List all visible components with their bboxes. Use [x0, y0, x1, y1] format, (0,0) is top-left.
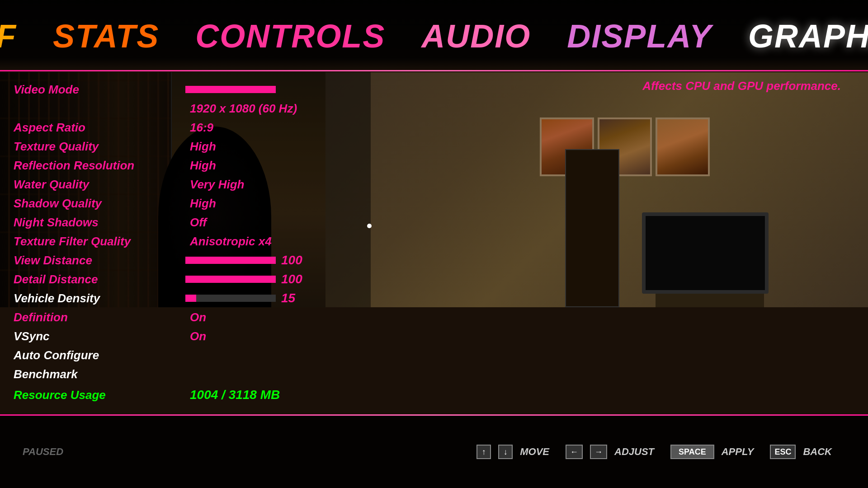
setting-row-texture-quality[interactable]: Texture Quality High [14, 138, 357, 155]
setting-row-benchmark[interactable]: Benchmark [14, 366, 357, 382]
setting-row-aspect-ratio[interactable]: Aspect Ratio 16:9 [14, 119, 357, 136]
nav-item-controls[interactable]: Controls [195, 18, 385, 55]
key-left: ← [566, 445, 583, 459]
slider-fill-video-mode [185, 86, 276, 93]
label-resource-usage: Resource Usage [14, 388, 185, 402]
navigation-bar: Map Brief Stats Controls Audio Display G… [0, 0, 868, 72]
nav-item-stats[interactable]: Stats [53, 18, 159, 55]
hint-adjust: ADJUST [614, 446, 654, 458]
tv-stand [656, 294, 764, 307]
nav-item-graphics[interactable]: Graphics [748, 18, 868, 55]
label-video-mode: Video Mode [14, 83, 185, 97]
art-piece-3 [656, 117, 710, 176]
setting-row-reflection[interactable]: Reflection Resolution High [14, 157, 357, 174]
setting-row-vsync[interactable]: VSync On [14, 328, 357, 344]
setting-row-view-distance[interactable]: View Distance 100 [14, 252, 357, 268]
controls-hint: ↑ ↓ MOVE ← → ADJUST SPACE APPLY ESC BACK [476, 445, 841, 459]
setting-row-water[interactable]: Water Quality Very High [14, 176, 357, 192]
tv-screen [642, 212, 769, 294]
nav-item-display[interactable]: Display [567, 18, 712, 55]
slider-bar-vehicle-density [185, 295, 276, 302]
door [565, 149, 619, 307]
setting-row-detail-distance[interactable]: Detail Distance 100 [14, 271, 357, 287]
nav-item-brief[interactable]: Brief [0, 18, 17, 55]
label-aspect-ratio: Aspect Ratio [14, 121, 185, 135]
bottom-bar: PAUSED ↑ ↓ MOVE ← → ADJUST SPACE APPLY E… [0, 416, 868, 488]
setting-row-night-shadows[interactable]: Night Shadows Off [14, 214, 357, 230]
setting-subrow-video-mode: 868 x 488 (60 Hz) [14, 100, 357, 117]
key-space: SPACE [670, 445, 714, 459]
resource-row: Resource Usage 1004 / 3118 MB [14, 388, 357, 402]
label-reflection: Reflection Resolution [14, 159, 185, 173]
label-texture-filter: Texture Filter Quality [14, 235, 185, 249]
label-benchmark: Benchmark [14, 367, 185, 381]
value-shadow: High [190, 197, 216, 211]
setting-row-shadow[interactable]: Shadow Quality High [14, 195, 357, 211]
setting-row-texture-filter[interactable]: Texture Filter Quality Anisotropic x4 [14, 233, 357, 249]
tv-unit [642, 212, 778, 307]
value-texture-filter: Anisotropic x4 [190, 235, 272, 249]
value-definition: On [190, 310, 206, 324]
value-texture-quality: High [190, 140, 216, 154]
paused-label: PAUSED [23, 446, 63, 458]
hint-apply: APPLY [722, 446, 754, 458]
label-vehicle-density: Vehicle Density [14, 291, 185, 305]
value-water: Very High [190, 178, 244, 192]
slider-detail-distance[interactable]: 100 [185, 272, 304, 286]
value-vsync: On [190, 329, 206, 343]
slider-fill-vehicle-density [185, 295, 196, 302]
value-aspect-ratio: 16:9 [190, 121, 213, 135]
label-detail-distance: Detail Distance [14, 272, 185, 286]
setting-row-definition[interactable]: Definition On [14, 309, 357, 325]
hint-text: Affects CPU and GPU performance. [642, 79, 841, 93]
value-video-mode: 868 x 488 (60 Hz) [190, 102, 297, 116]
setting-row-vehicle-density[interactable]: Vehicle Density 15 [14, 290, 357, 306]
key-right: → [590, 445, 607, 459]
slider-bar-view-distance [185, 257, 276, 264]
label-water: Water Quality [14, 178, 185, 192]
slider-bar-detail-distance [185, 276, 276, 283]
label-shadow: Shadow Quality [14, 197, 185, 211]
slider-vehicle-density[interactable]: 15 [185, 291, 304, 305]
setting-row-auto-configure[interactable]: Auto Configure [14, 347, 357, 363]
top-separator [0, 70, 868, 71]
label-view-distance: View Distance [14, 253, 185, 267]
value-night-shadows: Off [190, 216, 207, 230]
mouse-cursor [367, 224, 372, 228]
slider-fill-detail-distance [185, 276, 276, 283]
key-down: ↓ [498, 445, 513, 459]
value-view-distance: 100 [281, 253, 304, 267]
key-up: ↑ [476, 445, 491, 459]
hint-move: MOVE [520, 446, 549, 458]
label-auto-configure: Auto Configure [14, 348, 185, 362]
hint-back: BACK [803, 446, 832, 458]
value-resource-usage: 1004 / 3118 MB [190, 388, 280, 402]
key-esc: ESC [770, 445, 796, 459]
label-night-shadows: Night Shadows [14, 216, 185, 230]
setting-row-video-mode: Video Mode [14, 81, 357, 98]
value-vehicle-density: 15 [281, 291, 304, 305]
slider-bar-video-mode [185, 86, 276, 93]
label-vsync: VSync [14, 329, 185, 343]
label-definition: Definition [14, 310, 185, 324]
slider-view-distance[interactable]: 100 [185, 253, 304, 267]
settings-panel: Video Mode 868 x 488 (60 Hz) Aspect Ra… [0, 72, 371, 307]
value-reflection: High [190, 159, 216, 173]
label-texture-quality: Texture Quality [14, 140, 185, 154]
slider-video-mode[interactable] [185, 86, 276, 93]
value-detail-distance: 100 [281, 272, 304, 286]
slider-fill-view-distance [185, 257, 276, 264]
nav-item-audio[interactable]: Audio [421, 18, 531, 55]
